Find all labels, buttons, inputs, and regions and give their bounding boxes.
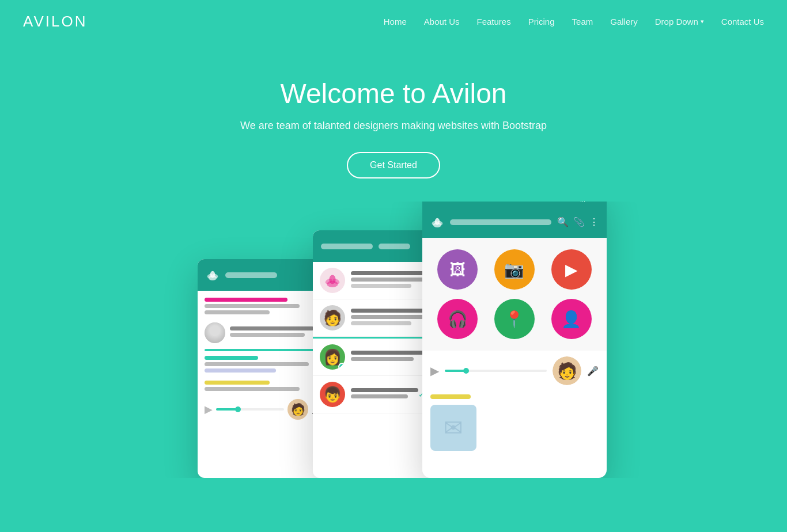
- chevron-down-icon: ▾: [701, 18, 704, 25]
- yellow-bar: [430, 394, 471, 399]
- phone-middle-header-bar: [321, 244, 373, 249]
- nav-link-home[interactable]: Home: [384, 17, 407, 26]
- envelope-icon: ✉: [444, 415, 463, 441]
- wifi-icon: ▲▲: [563, 202, 577, 202]
- nav-item-pricing[interactable]: Pricing: [528, 17, 555, 27]
- progress-bar: [216, 408, 284, 411]
- avatar: 🧑: [287, 399, 308, 420]
- phones-container: ▶ 🧑 🎤: [0, 202, 787, 478]
- list-item: [205, 322, 323, 343]
- hero-subtitle: We are team of talanted designers making…: [12, 120, 775, 132]
- nav-item-team[interactable]: Team: [572, 17, 593, 27]
- phone-right-header-bar: [450, 219, 551, 225]
- line-decoration: [351, 278, 430, 282]
- line-decoration: [205, 381, 270, 385]
- get-started-button[interactable]: Get Started: [347, 152, 440, 178]
- phone-right: ▲▲ ||| ▮▮▮ 🔍 📎 ⋮ 🖼 📷 ▶ 🎧 📍: [422, 202, 607, 478]
- progress-dot: [235, 406, 241, 412]
- line-decoration: [351, 284, 411, 288]
- nav-link-features[interactable]: Features: [477, 17, 511, 26]
- lotus-icon: [430, 215, 444, 229]
- line-decoration: [205, 356, 258, 360]
- nav-item-dropdown[interactable]: Drop Down ▾: [655, 17, 704, 26]
- phone-left-header-bar: [225, 272, 277, 278]
- app-grid: 🖼 📷 ▶ 🎧 📍 👤: [422, 238, 607, 351]
- signal-icon: |||: [580, 202, 585, 202]
- camera-icon: 📷: [494, 249, 535, 290]
- progress-fill: [216, 408, 236, 411]
- nav-link-team[interactable]: Team: [572, 17, 593, 26]
- headphone-icon: 🎧: [437, 299, 478, 339]
- profile-icon: 👤: [551, 299, 592, 339]
- line-decoration: [205, 310, 270, 314]
- lotus-icon: [206, 268, 220, 282]
- avatar: 👩 ✓: [320, 344, 345, 370]
- play-icon: ▶: [430, 365, 439, 377]
- line-decoration: [205, 362, 309, 366]
- player-row: ▶ 🧑 🎤: [205, 396, 323, 423]
- header-icons: 🔍 📎 ⋮: [557, 216, 599, 227]
- line-decoration: [205, 349, 323, 351]
- line-decoration: [351, 394, 408, 398]
- mic-icon: 🎤: [587, 366, 599, 377]
- clip-icon: 📎: [573, 216, 585, 227]
- phone-left: ▶ 🧑 🎤: [198, 259, 330, 478]
- list-item: [205, 298, 323, 317]
- navbar: AVILON Home About Us Features Pricing Te…: [0, 0, 787, 43]
- msg-lines: [351, 388, 418, 401]
- svg-point-11: [435, 218, 440, 225]
- search-icon: 🔍: [557, 216, 569, 227]
- msg-lines: [351, 351, 425, 363]
- line-decoration: [205, 298, 287, 302]
- svg-point-7: [329, 275, 335, 284]
- phone-right-header: 🔍 📎 ⋮: [422, 206, 607, 238]
- progress-fill: [445, 370, 465, 372]
- nav-link-contact[interactable]: Contact Us: [721, 17, 764, 26]
- nav-link-gallery[interactable]: Gallery: [610, 17, 638, 26]
- avatar: 🧑: [320, 305, 345, 330]
- video-icon: ▶: [551, 249, 592, 290]
- line-decoration: [230, 333, 305, 337]
- nav-link-pricing[interactable]: Pricing: [528, 17, 555, 26]
- more-icon: ⋮: [589, 216, 599, 227]
- line-decoration: [205, 368, 276, 373]
- svg-point-3: [210, 271, 215, 278]
- map-icon: 📍: [494, 299, 535, 339]
- image-icon: 🖼: [437, 249, 478, 290]
- list-item: [205, 356, 323, 375]
- progress-dot: [463, 368, 469, 374]
- nav-item-home[interactable]: Home: [384, 17, 407, 27]
- msg-lines: [230, 326, 323, 339]
- nav-item-gallery[interactable]: Gallery: [610, 17, 638, 27]
- brand-logo[interactable]: AVILON: [23, 13, 87, 31]
- msg-lines: [205, 356, 323, 375]
- hero-title: Welcome to Avilon: [12, 78, 775, 109]
- msg-lines: [205, 298, 323, 317]
- envelope-card: ✉: [430, 405, 476, 451]
- progress-bar: [445, 370, 547, 372]
- avatar: [320, 268, 345, 293]
- line-decoration: [230, 326, 314, 330]
- phone-left-body: ▶ 🧑 🎤: [198, 291, 330, 430]
- nav-item-features[interactable]: Features: [477, 17, 511, 27]
- nav-item-about[interactable]: About Us: [424, 17, 460, 27]
- status-bar: ▲▲ ||| ▮▮▮: [422, 202, 607, 206]
- phone-middle-header-bar-sub: [379, 244, 410, 249]
- nav-link-about[interactable]: About Us: [424, 17, 460, 26]
- line-decoration: [351, 351, 425, 355]
- nav-item-contact[interactable]: Contact Us: [721, 17, 764, 27]
- line-decoration: [351, 315, 430, 319]
- phone-left-header: [198, 259, 330, 291]
- line-decoration: [351, 388, 418, 392]
- avatar: 🧑: [553, 356, 581, 385]
- line-decoration: [351, 321, 411, 325]
- player-section: ▶ 🧑 🎤: [422, 351, 607, 391]
- battery-icon: ▮▮▮: [589, 202, 601, 202]
- line-decoration: [205, 304, 300, 308]
- avatar: 👦: [320, 382, 345, 407]
- play-icon: ▶: [205, 404, 213, 415]
- avatar: [205, 322, 225, 343]
- list-item: [205, 381, 323, 391]
- nav-link-dropdown[interactable]: Drop Down ▾: [655, 17, 704, 26]
- card-section: ✉: [422, 399, 607, 457]
